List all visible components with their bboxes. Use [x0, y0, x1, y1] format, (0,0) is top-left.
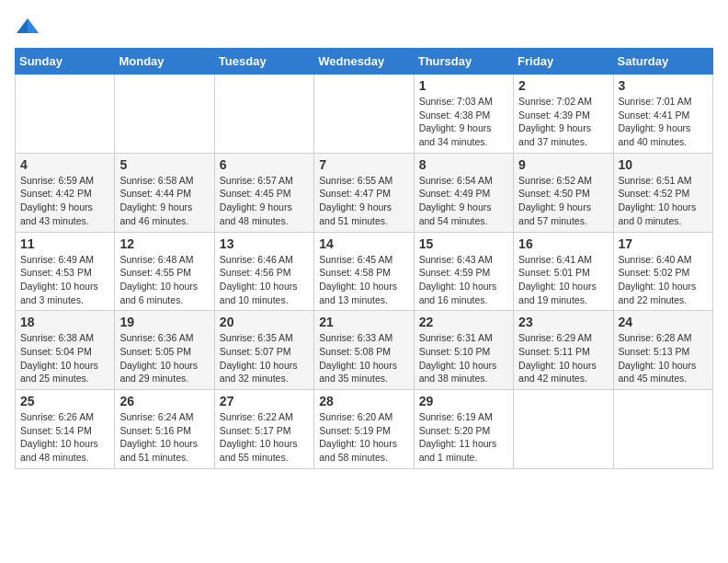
calendar-cell: 16Sunrise: 6:41 AM Sunset: 5:01 PM Dayli…: [514, 232, 613, 311]
day-number: 12: [119, 236, 209, 251]
day-number: 19: [119, 315, 209, 329]
day-info: Sunrise: 6:33 AM Sunset: 5:08 PM Dayligh…: [319, 331, 408, 385]
day-number: 29: [419, 394, 508, 408]
day-number: 17: [619, 236, 708, 251]
calendar-cell: [16, 75, 115, 154]
calendar-cell: 7Sunrise: 6:55 AM Sunset: 4:47 PM Daylig…: [314, 153, 414, 232]
calendar-week-row: 4Sunrise: 6:59 AM Sunset: 4:42 PM Daylig…: [16, 153, 713, 232]
day-number: 26: [119, 394, 209, 408]
calendar-week-row: 25Sunrise: 6:26 AM Sunset: 5:14 PM Dayli…: [16, 390, 713, 469]
calendar-cell: 27Sunrise: 6:22 AM Sunset: 5:17 PM Dayli…: [214, 390, 313, 469]
day-of-week-header: Saturday: [613, 49, 712, 75]
calendar-cell: [214, 75, 313, 154]
day-of-week-header: Thursday: [414, 49, 513, 75]
calendar-cell: 3Sunrise: 7:01 AM Sunset: 4:41 PM Daylig…: [613, 75, 712, 154]
day-info: Sunrise: 6:41 AM Sunset: 5:01 PM Dayligh…: [518, 253, 608, 307]
day-number: 2: [518, 78, 608, 93]
calendar-cell: 4Sunrise: 6:59 AM Sunset: 4:42 PM Daylig…: [16, 153, 115, 232]
day-info: Sunrise: 6:22 AM Sunset: 5:17 PM Dayligh…: [220, 410, 309, 465]
day-number: 18: [20, 315, 109, 329]
day-number: 1: [419, 78, 508, 93]
day-info: Sunrise: 6:24 AM Sunset: 5:16 PM Dayligh…: [119, 410, 209, 465]
day-of-week-header: Wednesday: [314, 49, 414, 75]
logo-icon: [15, 15, 40, 40]
calendar-cell: 17Sunrise: 6:40 AM Sunset: 5:02 PM Dayli…: [613, 232, 712, 311]
day-info: Sunrise: 6:48 AM Sunset: 4:55 PM Dayligh…: [119, 253, 209, 307]
day-info: Sunrise: 6:36 AM Sunset: 5:05 PM Dayligh…: [119, 331, 209, 385]
day-info: Sunrise: 7:01 AM Sunset: 4:41 PM Dayligh…: [619, 95, 708, 149]
day-number: 25: [20, 394, 109, 408]
calendar-cell: 29Sunrise: 6:19 AM Sunset: 5:20 PM Dayli…: [414, 390, 513, 469]
day-info: Sunrise: 6:28 AM Sunset: 5:13 PM Dayligh…: [619, 331, 708, 385]
calendar-cell: 18Sunrise: 6:38 AM Sunset: 5:04 PM Dayli…: [16, 311, 115, 390]
logo: [15, 15, 44, 40]
calendar-cell: 23Sunrise: 6:29 AM Sunset: 5:11 PM Dayli…: [514, 311, 613, 390]
calendar-cell: 6Sunrise: 6:57 AM Sunset: 4:45 PM Daylig…: [214, 153, 313, 232]
calendar-cell: 8Sunrise: 6:54 AM Sunset: 4:49 PM Daylig…: [414, 153, 513, 232]
day-info: Sunrise: 6:51 AM Sunset: 4:52 PM Dayligh…: [619, 174, 708, 228]
calendar-cell: 22Sunrise: 6:31 AM Sunset: 5:10 PM Dayli…: [414, 311, 513, 390]
day-number: 14: [319, 236, 408, 251]
day-of-week-header: Tuesday: [214, 49, 313, 75]
day-info: Sunrise: 6:29 AM Sunset: 5:11 PM Dayligh…: [518, 331, 608, 385]
calendar-cell: 5Sunrise: 6:58 AM Sunset: 4:44 PM Daylig…: [115, 153, 214, 232]
page-header: [15, 15, 713, 40]
day-info: Sunrise: 6:45 AM Sunset: 4:58 PM Dayligh…: [319, 253, 408, 307]
calendar-cell: 24Sunrise: 6:28 AM Sunset: 5:13 PM Dayli…: [613, 311, 712, 390]
day-number: 8: [419, 157, 508, 172]
day-number: 11: [20, 236, 109, 251]
calendar-cell: [314, 75, 414, 154]
day-number: 23: [518, 315, 608, 329]
day-info: Sunrise: 6:54 AM Sunset: 4:49 PM Dayligh…: [419, 174, 508, 228]
calendar-week-row: 11Sunrise: 6:49 AM Sunset: 4:53 PM Dayli…: [16, 232, 713, 311]
calendar-table: SundayMondayTuesdayWednesdayThursdayFrid…: [15, 48, 713, 469]
calendar-cell: 25Sunrise: 6:26 AM Sunset: 5:14 PM Dayli…: [16, 390, 115, 469]
day-info: Sunrise: 6:38 AM Sunset: 5:04 PM Dayligh…: [20, 331, 109, 385]
calendar-week-row: 18Sunrise: 6:38 AM Sunset: 5:04 PM Dayli…: [16, 311, 713, 390]
day-number: 16: [518, 236, 608, 251]
calendar-cell: [115, 75, 214, 154]
day-number: 9: [518, 157, 608, 172]
day-info: Sunrise: 7:02 AM Sunset: 4:39 PM Dayligh…: [518, 95, 608, 149]
day-info: Sunrise: 6:31 AM Sunset: 5:10 PM Dayligh…: [419, 331, 508, 385]
day-number: 6: [220, 157, 309, 172]
day-info: Sunrise: 6:46 AM Sunset: 4:56 PM Dayligh…: [220, 253, 309, 307]
calendar-header-row: SundayMondayTuesdayWednesdayThursdayFrid…: [16, 49, 713, 75]
day-info: Sunrise: 6:57 AM Sunset: 4:45 PM Dayligh…: [220, 174, 309, 228]
day-number: 24: [619, 315, 708, 329]
day-info: Sunrise: 6:59 AM Sunset: 4:42 PM Dayligh…: [20, 174, 109, 228]
day-info: Sunrise: 7:03 AM Sunset: 4:38 PM Dayligh…: [419, 95, 508, 149]
calendar-cell: 15Sunrise: 6:43 AM Sunset: 4:59 PM Dayli…: [414, 232, 513, 311]
calendar-cell: [613, 390, 712, 469]
calendar-cell: 19Sunrise: 6:36 AM Sunset: 5:05 PM Dayli…: [115, 311, 214, 390]
day-number: 10: [619, 157, 708, 172]
day-of-week-header: Sunday: [16, 49, 115, 75]
calendar-cell: 13Sunrise: 6:46 AM Sunset: 4:56 PM Dayli…: [214, 232, 313, 311]
calendar-cell: 12Sunrise: 6:48 AM Sunset: 4:55 PM Dayli…: [115, 232, 214, 311]
day-info: Sunrise: 6:35 AM Sunset: 5:07 PM Dayligh…: [220, 331, 309, 385]
day-info: Sunrise: 6:26 AM Sunset: 5:14 PM Dayligh…: [20, 410, 109, 465]
svg-marker-1: [28, 18, 39, 33]
day-number: 22: [419, 315, 508, 329]
day-info: Sunrise: 6:40 AM Sunset: 5:02 PM Dayligh…: [619, 253, 708, 307]
calendar-cell: 28Sunrise: 6:20 AM Sunset: 5:19 PM Dayli…: [314, 390, 414, 469]
calendar-cell: 26Sunrise: 6:24 AM Sunset: 5:16 PM Dayli…: [115, 390, 214, 469]
day-number: 27: [220, 394, 309, 408]
calendar-cell: 1Sunrise: 7:03 AM Sunset: 4:38 PM Daylig…: [414, 75, 513, 154]
day-number: 21: [319, 315, 408, 329]
day-number: 7: [319, 157, 408, 172]
day-info: Sunrise: 6:52 AM Sunset: 4:50 PM Dayligh…: [518, 174, 608, 228]
day-number: 4: [20, 157, 109, 172]
day-info: Sunrise: 6:58 AM Sunset: 4:44 PM Dayligh…: [119, 174, 209, 228]
calendar-cell: 20Sunrise: 6:35 AM Sunset: 5:07 PM Dayli…: [214, 311, 313, 390]
calendar-cell: 11Sunrise: 6:49 AM Sunset: 4:53 PM Dayli…: [16, 232, 115, 311]
day-number: 20: [220, 315, 309, 329]
day-number: 28: [319, 394, 408, 408]
calendar-cell: 21Sunrise: 6:33 AM Sunset: 5:08 PM Dayli…: [314, 311, 414, 390]
day-number: 15: [419, 236, 508, 251]
calendar-cell: 9Sunrise: 6:52 AM Sunset: 4:50 PM Daylig…: [514, 153, 613, 232]
calendar-cell: [514, 390, 613, 469]
day-number: 3: [619, 78, 708, 93]
calendar-cell: 10Sunrise: 6:51 AM Sunset: 4:52 PM Dayli…: [613, 153, 712, 232]
calendar-cell: 14Sunrise: 6:45 AM Sunset: 4:58 PM Dayli…: [314, 232, 414, 311]
